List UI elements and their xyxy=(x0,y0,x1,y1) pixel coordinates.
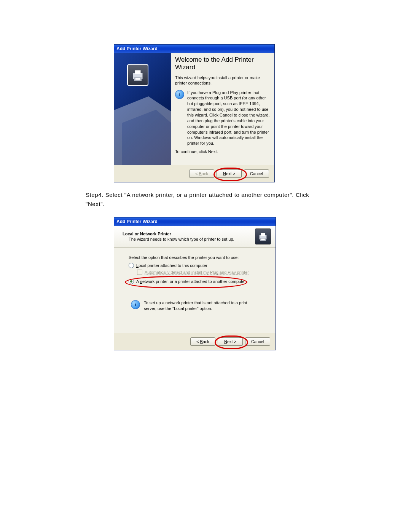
svg-text:i: i xyxy=(179,92,180,96)
step4-text: Step4. Select "A network printer, or a p… xyxy=(86,190,329,209)
radio-network[interactable] xyxy=(129,279,134,284)
next-button[interactable]: Next > xyxy=(217,169,242,178)
back-button-label: < Back xyxy=(196,339,209,344)
dialog2-heading: Local or Network Printer xyxy=(123,232,250,236)
option-network-label: A network printer, or a printer attached… xyxy=(136,279,246,284)
dialog1-intro: This wizard helps you install a printer … xyxy=(175,75,270,86)
dialog1-title: Add Printer Wizard xyxy=(116,46,158,51)
next-button[interactable]: Next > xyxy=(218,337,243,346)
printer-icon-svg xyxy=(130,67,145,83)
dialog1-continue: To continue, click Next. xyxy=(175,149,270,154)
svg-text:i: i xyxy=(135,302,136,307)
dialog1-heading: Welcome to the Add Printer Wizard xyxy=(175,56,270,71)
dialog2-title: Add Printer Wizard xyxy=(116,219,158,224)
checkbox-icon xyxy=(137,270,142,275)
dialog2-prompt: Select the option that describes the pri… xyxy=(129,255,266,260)
info-icon: i xyxy=(131,300,140,309)
radio-local[interactable] xyxy=(129,263,134,268)
printer-icon xyxy=(127,64,148,86)
checkbox-auto-detect: Automatically detect and install my Plug… xyxy=(137,270,266,275)
dialog2-hint: To set up a network printer that is not … xyxy=(144,300,258,312)
dialog2-titlebar[interactable]: Add Printer Wizard xyxy=(114,217,276,226)
side-panel-art xyxy=(114,89,171,165)
next-button-label: Next > xyxy=(223,171,235,176)
cancel-button[interactable]: Cancel xyxy=(245,337,270,346)
checkbox-auto-label: Automatically detect and install my Plug… xyxy=(145,270,249,275)
option-local-printer[interactable]: Local printer attached to this computer xyxy=(129,263,266,268)
option-local-label: Local printer attached to this computer xyxy=(136,263,207,268)
dialog1-info-text: If you have a Plug and Play printer that… xyxy=(187,90,270,146)
printer-header-icon xyxy=(255,228,271,244)
back-button[interactable]: < Back xyxy=(190,337,215,346)
option-network-printer[interactable]: A network printer, or a printer attached… xyxy=(129,279,266,284)
dialog1-titlebar[interactable]: Add Printer Wizard xyxy=(114,45,274,53)
next-button-label: Next > xyxy=(224,339,236,344)
back-button-label: < Back xyxy=(195,171,208,176)
wizard-side-graphic xyxy=(114,53,171,165)
cancel-button[interactable]: Cancel xyxy=(244,169,269,178)
info-icon: i xyxy=(175,90,184,99)
dialog2-subheading: The wizard needs to know which type of p… xyxy=(129,237,250,241)
back-button: < Back xyxy=(189,169,214,178)
